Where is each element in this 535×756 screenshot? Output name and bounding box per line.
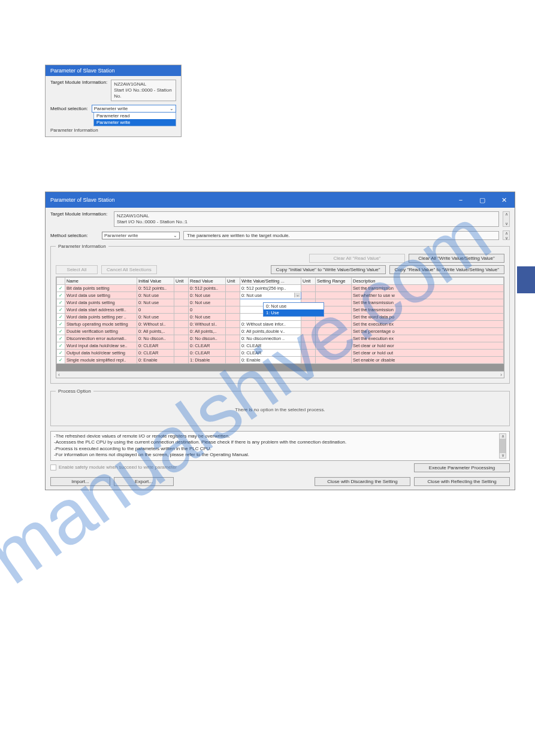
clear-all-read-button[interactable]: Clear All "Read Value": [309, 254, 405, 263]
cell-unit1: [174, 314, 189, 321]
cell-write[interactable]: 0: Not use⌄: [240, 292, 301, 299]
cell-unit1: [174, 299, 189, 306]
info-scrollbar[interactable]: ∧∨: [503, 211, 510, 227]
cell-write[interactable]: 0: CLEAR: [240, 350, 301, 357]
row-checkbox[interactable]: ✓: [57, 321, 65, 328]
cell-unit1: [174, 357, 189, 364]
col-unit2: Unit: [226, 278, 240, 285]
col-range: Setting Range: [316, 278, 352, 285]
cell-unit2: [226, 292, 240, 299]
cell-unit2: [226, 285, 240, 292]
cell-read: 1: Disable: [189, 357, 226, 364]
cell-initial: 0: CLEAR: [137, 350, 174, 357]
row-checkbox[interactable]: ✓: [57, 299, 65, 306]
table-row: ✓Word data use setting0: Not use0: Not u…: [57, 292, 504, 299]
close-reflect-button[interactable]: Close with Reflecting the Setting: [414, 477, 510, 486]
cell-initial: 0: [137, 306, 174, 314]
cell-unit3: [301, 285, 316, 292]
row-checkbox[interactable]: ✓: [57, 306, 65, 314]
copy-initial-button[interactable]: Copy "Initial Value" to "Write Value/Set…: [271, 265, 386, 274]
desc-scrollbar[interactable]: ∧∨: [503, 230, 510, 240]
cell-unit1: [174, 306, 189, 314]
scroll-left-icon[interactable]: ‹: [58, 372, 60, 378]
col-check: [57, 278, 65, 285]
scroll-right-icon[interactable]: ›: [500, 372, 502, 378]
method-dropdown-list[interactable]: Parameter read Parameter write: [93, 113, 176, 126]
method-option-read[interactable]: Parameter read: [94, 113, 176, 119]
row-checkbox[interactable]: ✓: [57, 350, 65, 357]
clear-all-write-button[interactable]: Clear All "Write Value/Setting Value": [409, 254, 504, 263]
table-grey-bar: [56, 364, 504, 371]
col-name: Name: [65, 278, 137, 285]
cell-read: 0: [189, 306, 226, 314]
cell-range: [316, 285, 352, 292]
cell-desc: Set enable or disable: [352, 357, 504, 364]
notes-scrollbar[interactable]: ∧∨: [499, 433, 506, 459]
row-checkbox[interactable]: ✓: [57, 292, 65, 299]
target-module-label: Target Module Information:: [50, 80, 107, 101]
chevron-down-icon[interactable]: ⌄: [294, 293, 300, 297]
col-desc: Description: [352, 278, 504, 285]
method-selection-dropdown[interactable]: Parameter write ⌄: [92, 105, 176, 113]
cell-name: Word data points setting per ..: [65, 314, 137, 321]
table-horizontal-scrollbar[interactable]: ‹ ›: [56, 371, 504, 378]
cell-unit3: [301, 292, 316, 299]
row-checkbox[interactable]: ✓: [57, 328, 65, 335]
cell-unit3: [301, 321, 316, 328]
cell-range: [316, 328, 352, 335]
cancel-all-button[interactable]: Cancel All Selections: [101, 265, 157, 274]
cell-write[interactable]: 0: No disconnection ..: [240, 335, 301, 342]
table-row: ✓Bit data points setting0: 512 points..0…: [57, 285, 504, 292]
row-checkbox[interactable]: ✓: [57, 314, 65, 321]
close-button[interactable]: ✕: [493, 194, 515, 206]
cell-name: Disconnection error automati..: [65, 335, 137, 342]
copy-read-button[interactable]: Copy "Read Value" to "Write Value/Settin…: [389, 265, 504, 274]
wv-option-not-use[interactable]: 0: Not use: [264, 303, 324, 309]
large-titlebar: Parameter of Slave Station − ▢ ✕: [46, 192, 515, 208]
large-title: Parameter of Slave Station: [50, 197, 115, 203]
safety-checkbox[interactable]: [50, 464, 56, 470]
row-checkbox[interactable]: ✓: [57, 342, 65, 350]
row-checkbox[interactable]: ✓: [57, 357, 65, 364]
execute-button[interactable]: Execute Parameter Processing: [414, 463, 510, 472]
cell-desc: Set clear or hold wor: [352, 342, 504, 350]
row-checkbox[interactable]: ✓: [57, 335, 65, 342]
cell-write[interactable]: 0: 512 points(256 inp..: [240, 285, 301, 292]
import-button[interactable]: Import...: [50, 477, 110, 486]
cell-unit1: [174, 321, 189, 328]
cell-write[interactable]: 0: Enable: [240, 357, 301, 364]
cell-read: 0: Not use: [189, 292, 226, 299]
maximize-button[interactable]: ▢: [471, 194, 493, 206]
close-discard-button[interactable]: Close with Discarding the Setting: [315, 477, 410, 486]
cell-unit2: [226, 321, 240, 328]
cell-write[interactable]: 0: CLEAR: [240, 342, 301, 350]
cell-range: [316, 357, 352, 364]
method-dropdown-large[interactable]: Parameter write ⌄: [102, 232, 180, 239]
write-value-dropdown-list[interactable]: 0: Not use 1: Use: [263, 302, 324, 317]
target-line2-large: Start I/O No.:0000 - Station No.:1: [117, 219, 496, 225]
cell-desc: Set the word data po: [352, 314, 504, 321]
cell-range: [316, 335, 352, 342]
wv-option-use[interactable]: 1: Use: [264, 309, 324, 316]
cell-range: [316, 350, 352, 357]
process-message: There is no option in the selected proce…: [56, 399, 504, 421]
safety-checkbox-label: Enable safety module when succeed to wri…: [59, 464, 177, 470]
minimize-button[interactable]: −: [450, 194, 471, 206]
method-value-large: Parameter write: [104, 233, 138, 238]
parameter-information-group: Parameter Information Clear All "Read Va…: [50, 244, 510, 384]
row-checkbox[interactable]: ✓: [57, 285, 65, 292]
cell-write[interactable]: 0: Without slave infor..: [240, 321, 301, 328]
cell-initial: 0: 512 points..: [137, 285, 174, 292]
cell-desc: Set clear or hold out: [352, 350, 504, 357]
col-initial: Initial Value: [137, 278, 174, 285]
small-titlebar: Parameter of Slave Station: [46, 65, 181, 76]
cell-read: 0: All points,..: [189, 328, 226, 335]
cell-name: Word data use setting: [65, 292, 137, 299]
export-button[interactable]: Export...: [114, 477, 174, 486]
cell-initial: 0: CLEAR: [137, 342, 174, 350]
cell-desc: Set the transmission: [352, 299, 504, 306]
cell-write[interactable]: 0: All points,double v..: [240, 328, 301, 335]
select-all-button[interactable]: Select All: [56, 265, 98, 274]
table-row: ✓Word input data hold/clear se..0: CLEAR…: [57, 342, 504, 350]
method-option-write[interactable]: Parameter write: [94, 119, 176, 126]
